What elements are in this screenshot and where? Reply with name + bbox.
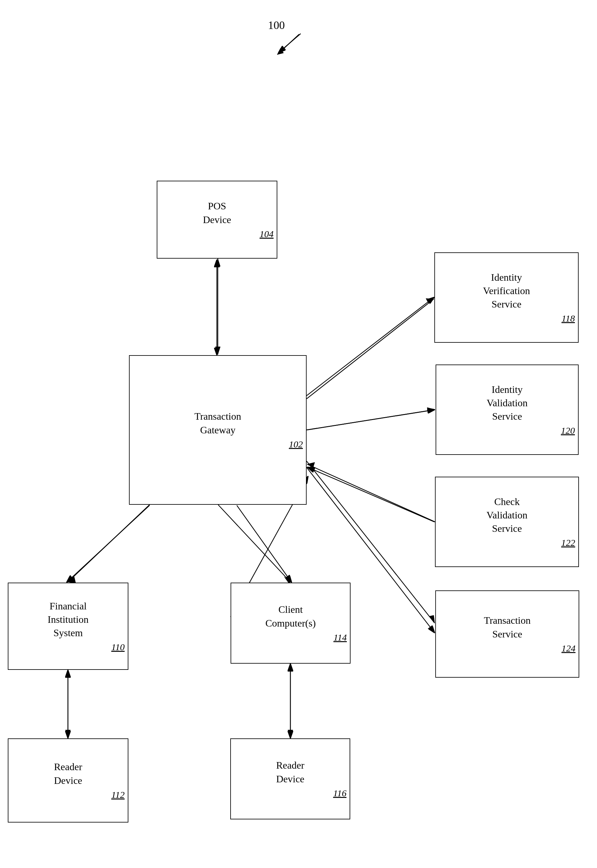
svg-marker-21 — [307, 462, 315, 467]
svg-marker-8 — [284, 577, 290, 583]
svg-marker-19 — [427, 408, 435, 413]
transaction-service-ref: 124 — [561, 642, 579, 654]
transaction-gateway-label: TransactionGateway — [195, 410, 241, 436]
svg-marker-23 — [429, 615, 435, 623]
svg-marker-15 — [288, 663, 293, 671]
client-computers-box: ClientComputer(s) 114 — [230, 583, 350, 663]
reader-device-116-label: ReaderDevice — [276, 759, 304, 785]
svg-marker-1 — [277, 48, 284, 55]
identity-validation-ref: 120 — [561, 424, 578, 436]
svg-line-7 — [218, 505, 290, 582]
svg-marker-17 — [426, 298, 434, 303]
svg-line-32 — [307, 298, 434, 396]
svg-line-33 — [307, 410, 434, 430]
svg-line-36 — [279, 34, 301, 52]
svg-line-5 — [68, 505, 150, 582]
reader-device-112-label: ReaderDevice — [54, 760, 82, 787]
client-computers-ref: 114 — [333, 631, 350, 643]
pos-device-label: POSDevice — [203, 199, 231, 226]
identity-validation-label: IdentityValidationService — [487, 383, 528, 423]
client-computers-label: ClientComputer(s) — [266, 603, 316, 630]
transaction-service-box: TransactionService 124 — [435, 591, 579, 678]
pos-device-box: POSDevice 104 — [157, 181, 277, 258]
identity-verification-label: IdentityVerificationService — [483, 271, 530, 311]
financial-institution-ref: 110 — [111, 641, 128, 653]
financial-institution-label: FinancialInstitutionSystem — [48, 599, 89, 640]
svg-line-28 — [237, 505, 291, 582]
transaction-gateway-box: TransactionGateway 102 — [129, 355, 307, 505]
identity-verification-ref: 118 — [561, 312, 578, 324]
reader-device-112-box: ReaderDevice 112 — [8, 738, 128, 822]
svg-marker-4 — [215, 347, 220, 355]
svg-line-34 — [308, 467, 434, 522]
svg-marker-6 — [68, 577, 76, 583]
diagram: 100 — [0, 0, 597, 868]
svg-line-20 — [307, 464, 435, 522]
financial-institution-box: FinancialInstitutionSystem 110 — [8, 583, 128, 670]
check-validation-box: CheckValidationService 122 — [435, 477, 579, 567]
svg-line-27 — [67, 505, 150, 582]
svg-line-0 — [277, 34, 299, 55]
transaction-service-label: TransactionService — [484, 614, 531, 641]
svg-marker-12 — [65, 730, 70, 738]
reader-device-116-ref: 116 — [333, 787, 350, 799]
svg-marker-3 — [215, 258, 220, 266]
svg-marker-14 — [288, 730, 293, 738]
identity-validation-box: IdentityValidationService 120 — [436, 365, 579, 455]
svg-line-16 — [307, 299, 434, 399]
check-validation-ref: 122 — [561, 537, 578, 549]
check-validation-label: CheckValidationService — [486, 495, 527, 536]
reader-device-116-box: ReaderDevice 116 — [230, 738, 350, 819]
identity-verification-box: IdentityVerificationService 118 — [434, 252, 579, 343]
svg-line-18 — [307, 410, 435, 430]
reader-device-112-ref: 112 — [111, 789, 128, 801]
pos-device-ref: 104 — [260, 228, 277, 240]
diagram-ref-label: 100 — [268, 19, 285, 32]
transaction-gateway-ref: 102 — [289, 438, 306, 450]
svg-marker-11 — [65, 670, 70, 678]
